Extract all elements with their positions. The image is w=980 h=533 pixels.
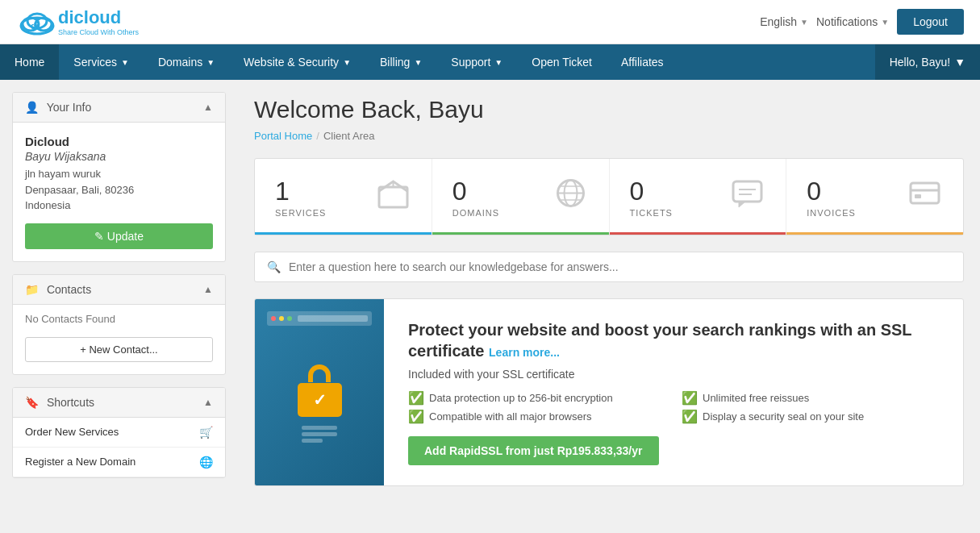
ssl-included-label: Included with your SSL certificate [408, 368, 939, 381]
nav-bar: Home Services ▼ Domains ▼ Website & Secu… [0, 44, 980, 80]
ssl-line-2 [302, 432, 337, 436]
stat-tickets-label: TICKETS [630, 208, 673, 218]
stat-invoices-label: INVOICES [807, 208, 856, 218]
top-bar: di dicloud Share Cloud With Others Engli… [0, 0, 980, 44]
ssl-lock-container: ✓ [298, 364, 342, 445]
main-content: Welcome Back, Bayu Portal Home / Client … [238, 80, 980, 516]
shortcuts-title: Shortcuts [47, 396, 94, 409]
welcome-title: Welcome Back, Bayu [254, 96, 964, 123]
stat-tickets-num: 0 [630, 177, 673, 206]
new-contact-button[interactable]: + New Contact... [25, 337, 213, 362]
search-icon: 🔍 [267, 260, 281, 273]
stat-invoices-num: 0 [807, 177, 856, 206]
top-right: English ▼ Notifications ▼ Logout [760, 9, 964, 35]
search-input[interactable] [289, 260, 951, 273]
shortcuts-list: Order New Services 🛒 Register a New Doma… [13, 418, 225, 477]
ssl-image: ✓ [255, 299, 384, 485]
nav-item-billing[interactable]: Billing ▼ [365, 44, 436, 80]
ssl-check-icon-4: ✅ [682, 409, 698, 424]
nav-support-label: Support [451, 56, 490, 69]
svg-rect-17 [915, 194, 921, 198]
ssl-learn-more-link[interactable]: Learn more... [489, 346, 560, 359]
ssl-line-1 [302, 426, 337, 430]
stat-tickets-bar [610, 232, 786, 235]
language-arrow-icon: ▼ [800, 18, 808, 27]
nav-item-domains[interactable]: Domains ▼ [144, 44, 229, 80]
ssl-feature-1-label: Data protection up to 256-bit encryption [429, 392, 613, 404]
your-info-section: 👤 Your Info ▲ Dicloud Bayu Wijaksana jln… [12, 92, 226, 262]
nav-affiliates-label: Affiliates [621, 56, 664, 69]
your-info-content: Dicloud Bayu Wijaksana jln hayam wuruk D… [13, 123, 225, 261]
hello-arrow-icon: ▼ [954, 56, 965, 69]
ssl-checkmark-icon: ✓ [313, 390, 327, 410]
shortcut-register-domain-label: Register a New Domain [25, 456, 136, 468]
stat-domains-num: 0 [452, 177, 499, 206]
support-arrow-icon: ▼ [494, 58, 503, 67]
ssl-lock-body: ✓ [298, 383, 342, 417]
shortcut-register-domain[interactable]: Register a New Domain 🌐 [13, 448, 225, 477]
nav-home-label: Home [15, 56, 44, 69]
stat-invoices: 0 INVOICES [786, 159, 963, 235]
ssl-decorative-lines [302, 423, 337, 445]
nav-hello[interactable]: Hello, Bayu! ▼ [875, 44, 980, 80]
notifications-label: Notifications [816, 15, 878, 28]
address-line3: Indonesia [25, 198, 213, 214]
globe-icon: 🌐 [199, 456, 213, 468]
shortcut-order-services-label: Order New Services [25, 426, 119, 438]
shortcuts-chevron-icon: ▲ [203, 397, 213, 408]
svg-rect-5 [379, 187, 407, 207]
nav-item-support[interactable]: Support ▼ [436, 44, 517, 80]
ssl-features: ✅ Data protection up to 256-bit encrypti… [408, 390, 939, 424]
logout-button[interactable]: Logout [897, 9, 964, 35]
shortcuts-section: 🔖 Shortcuts ▲ Order New Services 🛒 Regis… [12, 387, 226, 478]
breadcrumb-portal-home[interactable]: Portal Home [254, 130, 312, 142]
domains-globe-icon [553, 175, 589, 219]
update-button[interactable]: ✎ Update [25, 223, 213, 249]
notifications-button[interactable]: Notifications ▼ [816, 15, 889, 28]
search-bar: 🔍 [254, 252, 964, 282]
shortcuts-header: 🔖 Shortcuts ▲ [13, 388, 225, 418]
your-info-chevron-icon: ▲ [203, 102, 213, 113]
language-button[interactable]: English ▼ [760, 15, 808, 28]
stat-domains-label: DOMAINS [452, 208, 499, 218]
contacts-header: 📁 Contacts ▲ [13, 275, 225, 305]
sidebar: 👤 Your Info ▲ Dicloud Bayu Wijaksana jln… [0, 80, 238, 516]
ssl-check-icon-3: ✅ [682, 390, 698, 406]
shortcut-order-services[interactable]: Order New Services 🛒 [13, 418, 225, 448]
nav-website-security-label: Website & Security [244, 56, 339, 69]
stats-row: 1 SERVICES 0 DOMAINS [254, 158, 964, 235]
no-contacts-label: No Contacts Found [13, 305, 225, 333]
logo: di dicloud Share Cloud With Others [16, 6, 139, 37]
breadcrumb-separator: / [316, 130, 319, 142]
contacts-section: 📁 Contacts ▲ No Contacts Found + New Con… [12, 274, 226, 375]
ssl-content: Protect your website and boost your sear… [384, 299, 963, 485]
stat-invoices-bar [786, 232, 963, 235]
nav-item-website-security[interactable]: Website & Security ▼ [229, 44, 365, 80]
logo-tagline: Share Cloud With Others [58, 28, 139, 36]
your-info-title: Your Info [47, 101, 92, 114]
stat-services: 1 SERVICES [255, 159, 432, 235]
contacts-icon: 📁 [25, 283, 39, 296]
contacts-title: Contacts [47, 283, 91, 296]
ssl-feature-4-label: Display a security seal on your site [703, 410, 864, 423]
breadcrumb: Portal Home / Client Area [254, 130, 964, 142]
page-layout: 👤 Your Info ▲ Dicloud Bayu Wijaksana jln… [0, 80, 980, 516]
user-address: jln hayam wuruk Denpasaar, Bali, 80236 I… [25, 166, 213, 214]
stat-services-label: SERVICES [275, 208, 326, 218]
ssl-lock-shackle [308, 364, 331, 382]
breadcrumb-client-area: Client Area [323, 130, 375, 142]
your-info-header: 👤 Your Info ▲ [13, 93, 225, 123]
nav-item-home[interactable]: Home [0, 44, 59, 80]
website-security-arrow-icon: ▼ [343, 58, 351, 67]
nav-domains-label: Domains [158, 56, 202, 69]
nav-item-services[interactable]: Services ▼ [59, 44, 144, 80]
ssl-feature-1: ✅ Data protection up to 256-bit encrypti… [408, 390, 665, 406]
nav-item-open-ticket[interactable]: Open Ticket [517, 44, 607, 80]
nav-item-affiliates[interactable]: Affiliates [607, 44, 678, 80]
ssl-feature-3: ✅ Unlimited free reissues [682, 390, 939, 406]
ssl-line-3 [302, 439, 323, 443]
ssl-dot-green [287, 316, 292, 321]
stat-domains-bar [432, 232, 609, 235]
cart-icon: 🛒 [199, 426, 213, 439]
ssl-cta-button[interactable]: Add RapidSSL from just Rp195.833,33/yr [408, 436, 659, 465]
